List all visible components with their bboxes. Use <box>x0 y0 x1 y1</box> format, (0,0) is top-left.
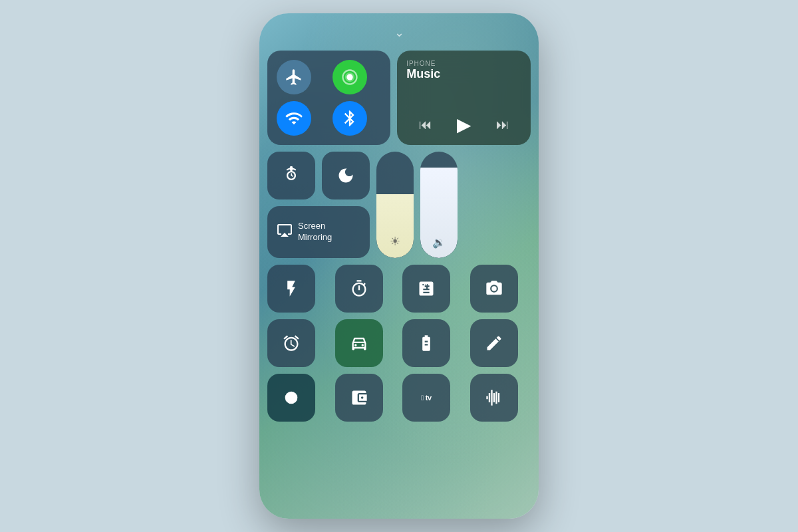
wifi-icon <box>285 109 303 128</box>
flashlight-button[interactable] <box>267 265 315 313</box>
calculator-button[interactable] <box>402 265 450 313</box>
volume-icon: 🔉 <box>432 236 446 249</box>
brightness-slider[interactable]: ☀ <box>376 152 414 258</box>
voice-memos-icon <box>485 388 503 407</box>
record-icon <box>282 388 301 407</box>
cellular-button[interactable] <box>332 60 367 94</box>
cellular-icon <box>340 68 359 86</box>
svg-point-2 <box>361 344 364 346</box>
connectivity-panel <box>267 51 390 145</box>
camera-icon <box>485 279 503 298</box>
music-controls: ⏮ ▶ ⏭ <box>406 114 521 136</box>
voice-memos-button[interactable] <box>470 374 518 422</box>
airplay-icon <box>277 222 293 238</box>
apple-tv-label:  tv <box>421 394 432 402</box>
music-panel: IPHONE Music ⏮ ▶ ⏭ <box>397 51 531 145</box>
do-not-disturb-button[interactable] <box>322 152 370 200</box>
svg-point-3 <box>285 392 298 404</box>
low-power-button[interactable] <box>402 319 450 367</box>
alarm-button[interactable] <box>267 319 315 367</box>
middle-row: ScreenMirroring ☀ 🔉 <box>267 152 531 258</box>
screen-mirroring-button[interactable]: ScreenMirroring <box>267 206 370 258</box>
top-row: IPHONE Music ⏮ ▶ ⏭ <box>267 51 531 145</box>
play-button[interactable]: ▶ <box>457 114 471 136</box>
wallet-icon <box>350 388 368 407</box>
notes-icon <box>485 334 503 352</box>
left-controls: ScreenMirroring <box>267 152 370 258</box>
rewind-button[interactable]: ⏮ <box>419 117 432 132</box>
moon-icon <box>336 166 355 185</box>
bluetooth-icon <box>340 109 359 128</box>
bluetooth-button[interactable] <box>332 101 367 136</box>
timer-button[interactable] <box>335 265 383 313</box>
calculator-icon <box>417 279 436 298</box>
phone-screen: ⌄ <box>259 13 539 519</box>
screen-mirror-icon <box>277 222 293 242</box>
rotation-lock-icon <box>282 166 301 185</box>
carplay-button[interactable] <box>335 319 383 367</box>
wallet-button[interactable] <box>335 374 383 422</box>
music-source: IPHONE <box>406 60 521 67</box>
flashlight-icon <box>282 279 301 298</box>
chevron-down-icon[interactable]: ⌄ <box>394 25 404 40</box>
airplane-icon <box>285 68 303 86</box>
volume-slider[interactable]: 🔉 <box>420 152 458 258</box>
icon-row-2 <box>267 319 531 367</box>
icon-row-3:  tv <box>267 374 531 422</box>
svg-point-1 <box>354 344 357 346</box>
screen-mirroring-label: ScreenMirroring <box>298 221 332 243</box>
camera-button[interactable] <box>470 265 518 313</box>
brightness-icon: ☀ <box>390 234 400 249</box>
alarm-icon <box>282 334 301 352</box>
airplane-mode-button[interactable] <box>277 60 311 94</box>
icon-row-1 <box>267 265 531 313</box>
battery-icon <box>417 334 436 352</box>
music-title: Music <box>406 67 521 81</box>
apple-tv-button[interactable]:  tv <box>402 374 450 422</box>
sliders: ☀ 🔉 <box>376 152 458 258</box>
fast-forward-button[interactable]: ⏭ <box>496 117 509 132</box>
wifi-button[interactable] <box>277 101 311 136</box>
car-icon <box>350 334 368 352</box>
control-center: IPHONE Music ⏮ ▶ ⏭ <box>259 43 539 430</box>
screen-record-button[interactable] <box>267 374 315 422</box>
rotation-lock-button[interactable] <box>267 152 315 200</box>
timer-icon <box>350 279 368 298</box>
notes-button[interactable] <box>470 319 518 367</box>
